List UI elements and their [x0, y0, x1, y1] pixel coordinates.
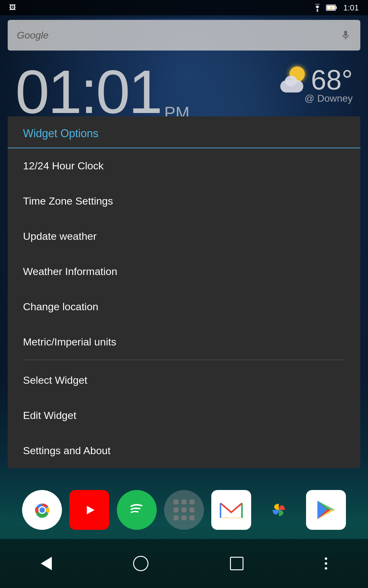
menu-title: Widget Options — [8, 116, 360, 148]
weather-top: 68° — [280, 64, 353, 96]
menu-item-settings-about[interactable]: Settings and About — [8, 433, 360, 468]
apps-grid — [167, 493, 201, 526]
menu-item-timezone[interactable]: Time Zone Settings — [8, 183, 360, 219]
svg-rect-2 — [335, 6, 337, 9]
weather-icon — [280, 66, 308, 94]
menu-item-update-weather[interactable]: Update weather — [8, 219, 360, 254]
weather-temp: 68° — [311, 64, 353, 96]
nav-bar — [0, 539, 368, 588]
nav-home-button[interactable] — [133, 556, 148, 571]
gmail-app-icon[interactable] — [211, 490, 251, 530]
search-bar[interactable]: Google — [8, 20, 360, 51]
svg-point-9 — [39, 507, 45, 513]
weather-location: @ Downey — [305, 93, 353, 104]
menu-item-select-widget[interactable]: Select Widget — [8, 363, 360, 398]
apps-icon[interactable] — [164, 490, 204, 530]
menu-item-metric-imperial[interactable]: Metric/Imperial units — [8, 324, 360, 360]
clock-time: 01:01 — [15, 61, 161, 123]
nav-recents-button[interactable] — [230, 557, 243, 570]
menu-item-weather-info[interactable]: Weather Information — [8, 254, 360, 289]
mic-icon[interactable] — [340, 30, 351, 41]
google-logo: Google — [17, 30, 340, 41]
play-store-app-icon[interactable] — [306, 490, 346, 530]
status-time: 1:01 — [343, 3, 359, 13]
menu-section-2: Select Widget Edit Widget Settings and A… — [8, 360, 360, 468]
svg-point-0 — [317, 10, 318, 12]
wifi-icon — [312, 4, 322, 12]
status-bar-left: 🖼 — [9, 4, 16, 12]
svg-text:⚡: ⚡ — [329, 6, 333, 10]
dock — [0, 482, 368, 537]
spotify-app-icon[interactable] — [117, 490, 157, 530]
widget-options-menu: Widget Options 12/24 Hour Clock Time Zon… — [8, 116, 360, 468]
nav-more-button[interactable] — [325, 557, 327, 570]
status-bar: 🖼 ⚡ 1:01 — [0, 0, 368, 15]
status-icons: ⚡ 1:01 — [312, 3, 359, 13]
clock-widget: 01:01 PM — [15, 61, 190, 123]
menu-item-change-location[interactable]: Change location — [8, 289, 360, 324]
svg-point-12 — [125, 498, 148, 522]
photos-app-icon[interactable] — [259, 490, 299, 530]
battery-charging-icon: ⚡ — [326, 4, 337, 12]
cloud-icon — [280, 80, 303, 92]
chrome-app-icon[interactable] — [22, 490, 62, 530]
weather-widget: 68° @ Downey — [280, 64, 353, 104]
youtube-app-icon[interactable] — [69, 490, 109, 530]
nav-back-button[interactable] — [41, 557, 52, 570]
menu-item-clock[interactable]: 12/24 Hour Clock — [8, 148, 360, 183]
menu-item-edit-widget[interactable]: Edit Widget — [8, 398, 360, 433]
